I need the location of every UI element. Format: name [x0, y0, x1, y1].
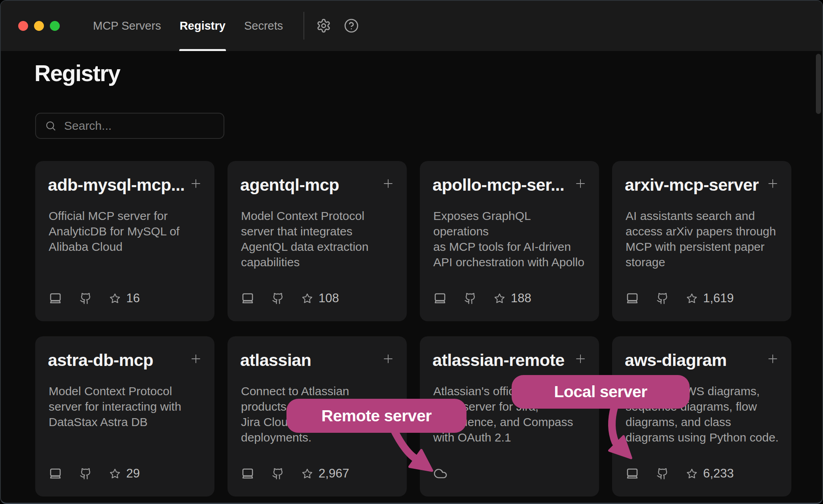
local-server-callout: Local server — [512, 375, 690, 409]
search-icon — [45, 120, 57, 132]
close-window-button[interactable] — [18, 21, 28, 31]
github-icon[interactable] — [656, 468, 669, 480]
help-icon[interactable] — [344, 18, 359, 33]
server-description: Model Context Protocol server that integ… — [241, 208, 394, 270]
github-icon[interactable] — [464, 292, 476, 305]
server-name: arxiv-mcp-server — [625, 175, 759, 195]
add-server-button[interactable] — [382, 353, 394, 365]
server-name: adb-mysql-mcp... — [48, 175, 185, 195]
settings-gear-icon[interactable] — [316, 18, 331, 33]
github-stars[interactable]: 188 — [494, 291, 531, 305]
page-title: Registry — [34, 60, 120, 86]
laptop-icon — [49, 467, 62, 480]
fullscreen-window-button[interactable] — [50, 21, 60, 31]
server-card-arxiv-mcp-server[interactable]: arxiv-mcp-server AI assistants search an… — [612, 161, 791, 321]
title-bar: MCP Servers Registry Secrets — [1, 1, 822, 51]
github-stars[interactable]: 16 — [109, 291, 140, 305]
github-icon[interactable] — [272, 292, 284, 305]
github-stars[interactable]: 2,967 — [302, 466, 349, 481]
server-name: agentql-mcp — [240, 175, 339, 195]
server-description: Exposes GraphQL operations as MCP tools … — [433, 208, 586, 270]
tab-secrets[interactable]: Secrets — [244, 1, 283, 51]
add-server-button[interactable] — [382, 178, 394, 189]
star-icon — [109, 293, 121, 304]
server-name: atlassian-remote — [432, 351, 565, 370]
server-name: astra-db-mcp — [48, 351, 153, 370]
star-count: 1,619 — [703, 291, 734, 305]
star-count: 2,967 — [319, 466, 349, 481]
server-description: AI assistants search and access arXiv pa… — [626, 208, 779, 270]
add-server-button[interactable] — [575, 353, 586, 365]
github-stars[interactable]: 108 — [302, 291, 339, 305]
server-card-apollo-mcp-server[interactable]: apollo-mcp-ser... Exposes GraphQL operat… — [420, 161, 599, 321]
scrollbar-thumb[interactable] — [816, 54, 821, 114]
tab-mcp-servers[interactable]: MCP Servers — [93, 1, 161, 51]
star-count: 108 — [319, 291, 339, 305]
server-card-agentql-mcp[interactable]: agentql-mcp Model Context Protocol serve… — [228, 161, 407, 321]
laptop-icon — [241, 292, 254, 305]
github-icon[interactable] — [80, 468, 92, 480]
server-card-aws-diagram[interactable]: aws-diagram Generate AWS diagrams, seque… — [612, 336, 791, 496]
minimize-window-button[interactable] — [34, 21, 44, 31]
github-icon[interactable] — [272, 468, 284, 480]
github-stars[interactable]: 6,233 — [686, 466, 734, 481]
server-description: Model Context Protocol server for intera… — [49, 383, 202, 430]
star-icon — [494, 293, 505, 304]
star-count: 16 — [126, 291, 140, 305]
server-card-grid: adb-mysql-mcp... Official MCP server for… — [35, 161, 791, 496]
cloud-icon — [433, 466, 448, 481]
star-count: 29 — [126, 466, 140, 481]
laptop-icon — [49, 292, 62, 305]
toolbar-divider — [303, 12, 304, 40]
star-icon — [302, 293, 313, 304]
search-input[interactable] — [63, 119, 218, 133]
star-count: 188 — [511, 291, 531, 305]
server-name: apollo-mcp-ser... — [432, 175, 564, 195]
add-server-button[interactable] — [575, 178, 586, 189]
main-nav: MCP Servers Registry Secrets — [93, 1, 283, 51]
star-count: 6,233 — [703, 466, 734, 481]
add-server-button[interactable] — [767, 178, 779, 189]
app-window: MCP Servers Registry Secrets Registry ad… — [0, 0, 823, 504]
add-server-button[interactable] — [767, 353, 779, 365]
add-server-button[interactable] — [190, 353, 202, 365]
laptop-icon — [626, 292, 639, 305]
star-icon — [686, 468, 698, 479]
tab-registry[interactable]: Registry — [180, 1, 226, 51]
star-icon — [302, 468, 313, 479]
laptop-icon — [241, 467, 254, 480]
server-name: atlassian — [240, 351, 311, 370]
github-stars[interactable]: 1,619 — [686, 291, 734, 305]
add-server-button[interactable] — [190, 178, 202, 189]
server-card-astra-db-mcp[interactable]: astra-db-mcp Model Context Protocol serv… — [35, 336, 214, 496]
laptop-icon — [433, 292, 447, 305]
github-icon[interactable] — [656, 292, 669, 305]
remote-server-callout: Remote server — [286, 399, 466, 433]
server-description: Official MCP server for AnalyticDB for M… — [49, 208, 202, 254]
server-name: aws-diagram — [625, 351, 726, 370]
github-stars[interactable]: 29 — [109, 466, 140, 481]
star-icon — [109, 468, 121, 479]
github-icon[interactable] — [80, 292, 92, 305]
laptop-icon — [626, 467, 639, 480]
star-icon — [686, 293, 698, 304]
server-card-adb-mysql-mcp[interactable]: adb-mysql-mcp... Official MCP server for… — [35, 161, 214, 321]
search-box[interactable] — [35, 113, 224, 139]
